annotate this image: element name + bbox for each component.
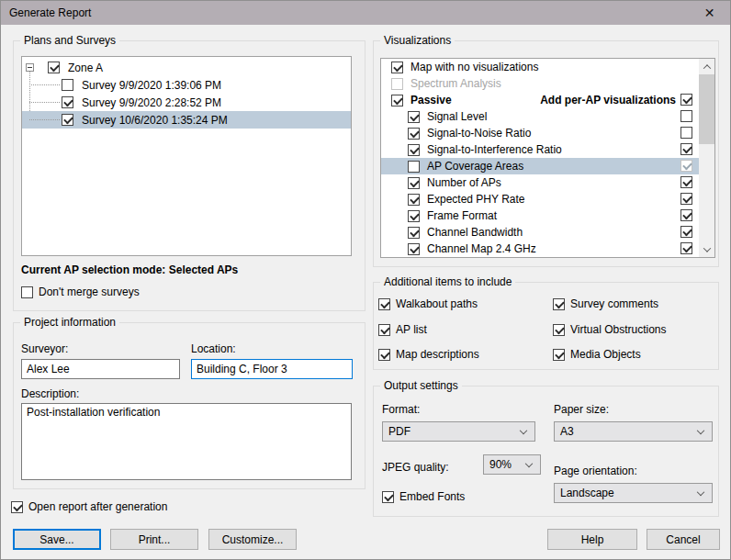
plans-surveys-tree[interactable]: Zone A Survey 9/9/2020 1:39:06 PM Survey… bbox=[21, 56, 352, 256]
per-ap-checkbox[interactable] bbox=[680, 176, 692, 188]
viz-row-frame-format[interactable]: Frame Format bbox=[381, 207, 699, 224]
paper-size-value: A3 bbox=[560, 425, 574, 438]
description-field[interactable]: Post-installation verification bbox=[21, 403, 352, 480]
collapse-icon[interactable] bbox=[26, 63, 34, 72]
scrollbar-thumb[interactable] bbox=[699, 74, 714, 144]
ap-list-checkbox[interactable] bbox=[378, 324, 390, 336]
map-descriptions-option[interactable]: Map descriptions bbox=[378, 348, 479, 361]
page-orientation-select[interactable]: Landscape bbox=[554, 483, 713, 503]
per-ap-checkbox[interactable] bbox=[680, 127, 692, 139]
dont-merge-surveys-checkbox[interactable] bbox=[21, 286, 33, 298]
help-button[interactable]: Help bbox=[547, 529, 637, 550]
location-field[interactable] bbox=[191, 359, 353, 379]
viz-row-map-no-visualizations[interactable]: Map with no visualizations bbox=[381, 59, 699, 75]
walkabout-paths-option[interactable]: Walkabout paths bbox=[378, 297, 478, 310]
survey-comments-option[interactable]: Survey comments bbox=[553, 297, 658, 310]
viz-row-signal-level[interactable]: Signal Level bbox=[381, 108, 699, 125]
open-report-label: Open report after generation bbox=[28, 500, 167, 513]
visualizations-list[interactable]: Map with no visualizations Spectrum Anal… bbox=[380, 58, 715, 258]
location-label: Location: bbox=[191, 342, 236, 355]
viz-row-signal-to-interference[interactable]: Signal-to-Interference Ratio bbox=[381, 141, 699, 158]
embed-fonts-option[interactable]: Embed Fonts bbox=[382, 490, 465, 503]
viz-checkbox[interactable] bbox=[408, 194, 420, 206]
scroll-up-button[interactable] bbox=[699, 59, 714, 74]
viz-row-expected-phy-rate[interactable]: Expected PHY Rate bbox=[381, 191, 699, 207]
tree-row-survey-3[interactable]: Survey 10/6/2020 1:35:24 PM bbox=[22, 111, 351, 129]
viz-row-passive[interactable]: Passive Add per-AP visualizations bbox=[381, 92, 699, 108]
survey-1-checkbox[interactable] bbox=[62, 79, 73, 91]
viz-checkbox[interactable] bbox=[408, 128, 420, 140]
vertical-scrollbar[interactable] bbox=[699, 59, 714, 257]
surveyor-field[interactable] bbox=[21, 359, 180, 379]
viz-row-label[interactable]: Signal-to-Interference Ratio bbox=[427, 143, 562, 156]
tree-row-label[interactable]: Survey 9/9/2020 2:28:52 PM bbox=[82, 96, 221, 109]
per-ap-checkbox[interactable] bbox=[680, 193, 692, 205]
media-objects-checkbox[interactable] bbox=[553, 349, 565, 361]
viz-row-label[interactable]: Passive bbox=[410, 94, 452, 106]
viz-checkbox[interactable] bbox=[391, 95, 403, 106]
viz-row-label[interactable]: Map with no visualizations bbox=[410, 61, 538, 73]
ap-list-option[interactable]: AP list bbox=[378, 323, 427, 336]
viz-row-label[interactable]: Channel Bandwidth bbox=[427, 226, 523, 239]
viz-row-channel-map-24ghz[interactable]: Channel Map 2.4 GHz bbox=[381, 241, 699, 257]
close-icon[interactable]: ✕ bbox=[689, 1, 730, 25]
viz-row-label[interactable]: Number of APs bbox=[427, 176, 501, 189]
viz-checkbox[interactable] bbox=[408, 111, 420, 123]
per-ap-checkbox[interactable] bbox=[680, 209, 692, 221]
viz-checkbox[interactable] bbox=[408, 210, 420, 222]
open-report-option[interactable]: Open report after generation bbox=[11, 500, 167, 513]
survey-comments-checkbox[interactable] bbox=[553, 298, 565, 310]
viz-row-label[interactable]: Frame Format bbox=[427, 209, 497, 222]
open-report-checkbox[interactable] bbox=[11, 501, 23, 513]
viz-checkbox[interactable] bbox=[408, 177, 420, 189]
customize-button[interactable]: Customize... bbox=[208, 529, 297, 550]
tree-row-label[interactable]: Survey 10/6/2020 1:35:24 PM bbox=[82, 114, 228, 127]
ap-selection-mode-text: Current AP selection mode: Selected APs bbox=[21, 263, 238, 276]
viz-row-label[interactable]: Signal-to-Noise Ratio bbox=[427, 127, 531, 140]
viz-row-ap-coverage-areas[interactable]: AP Coverage Areas bbox=[381, 158, 699, 174]
viz-checkbox[interactable] bbox=[391, 62, 403, 73]
survey-3-checkbox[interactable] bbox=[62, 114, 73, 126]
embed-fonts-checkbox[interactable] bbox=[382, 491, 394, 503]
tree-row-zone-a[interactable]: Zone A bbox=[22, 59, 351, 76]
add-per-ap-label: Add per-AP visualizations bbox=[540, 94, 676, 106]
tree-row-survey-1[interactable]: Survey 9/9/2020 1:39:06 PM bbox=[22, 76, 351, 94]
viz-checkbox[interactable] bbox=[408, 243, 420, 255]
viz-checkbox[interactable] bbox=[408, 227, 420, 239]
tree-row-label[interactable]: Zone A bbox=[68, 62, 103, 74]
per-ap-checkbox[interactable] bbox=[680, 94, 692, 106]
page-orientation-label: Page orientation: bbox=[554, 465, 637, 477]
viz-row-signal-to-noise[interactable]: Signal-to-Noise Ratio bbox=[381, 125, 699, 141]
format-label: Format: bbox=[382, 403, 420, 416]
virtual-obstructions-checkbox[interactable] bbox=[553, 324, 565, 336]
tree-row-label[interactable]: Survey 9/9/2020 1:39:06 PM bbox=[82, 79, 221, 92]
virtual-obstructions-option[interactable]: Virtual Obstructions bbox=[553, 323, 667, 336]
print-button[interactable]: Print... bbox=[110, 529, 198, 550]
zone-a-checkbox[interactable] bbox=[48, 62, 60, 73]
viz-row-label[interactable]: Channel Map 2.4 GHz bbox=[427, 242, 536, 255]
save-button[interactable]: Save... bbox=[13, 529, 101, 550]
viz-row-channel-bandwidth[interactable]: Channel Bandwidth bbox=[381, 224, 699, 241]
title-bar[interactable]: Generate Report ✕ bbox=[1, 1, 730, 25]
tree-row-survey-2[interactable]: Survey 9/9/2020 2:28:52 PM bbox=[22, 94, 351, 111]
cancel-button[interactable]: Cancel bbox=[647, 529, 720, 550]
survey-2-checkbox[interactable] bbox=[62, 96, 73, 108]
per-ap-checkbox[interactable] bbox=[680, 143, 692, 155]
viz-row-label[interactable]: AP Coverage Areas bbox=[427, 160, 523, 173]
viz-checkbox[interactable] bbox=[408, 144, 420, 156]
media-objects-option[interactable]: Media Objects bbox=[553, 348, 641, 361]
per-ap-checkbox[interactable] bbox=[680, 110, 692, 122]
viz-checkbox[interactable] bbox=[408, 161, 420, 173]
per-ap-checkbox[interactable] bbox=[680, 242, 692, 254]
viz-row-label[interactable]: Expected PHY Rate bbox=[427, 193, 525, 206]
walkabout-paths-checkbox[interactable] bbox=[378, 298, 390, 310]
per-ap-checkbox[interactable] bbox=[680, 226, 692, 238]
viz-row-label[interactable]: Signal Level bbox=[427, 110, 487, 123]
scroll-down-button[interactable] bbox=[699, 241, 714, 257]
jpeg-quality-select[interactable]: 90% bbox=[483, 454, 541, 475]
paper-size-select[interactable]: A3 bbox=[554, 421, 713, 442]
map-descriptions-checkbox[interactable] bbox=[378, 349, 390, 361]
viz-row-number-of-aps[interactable]: Number of APs bbox=[381, 174, 699, 191]
format-select[interactable]: PDF bbox=[382, 421, 535, 442]
dont-merge-surveys-option[interactable]: Don't merge surveys bbox=[21, 286, 140, 298]
